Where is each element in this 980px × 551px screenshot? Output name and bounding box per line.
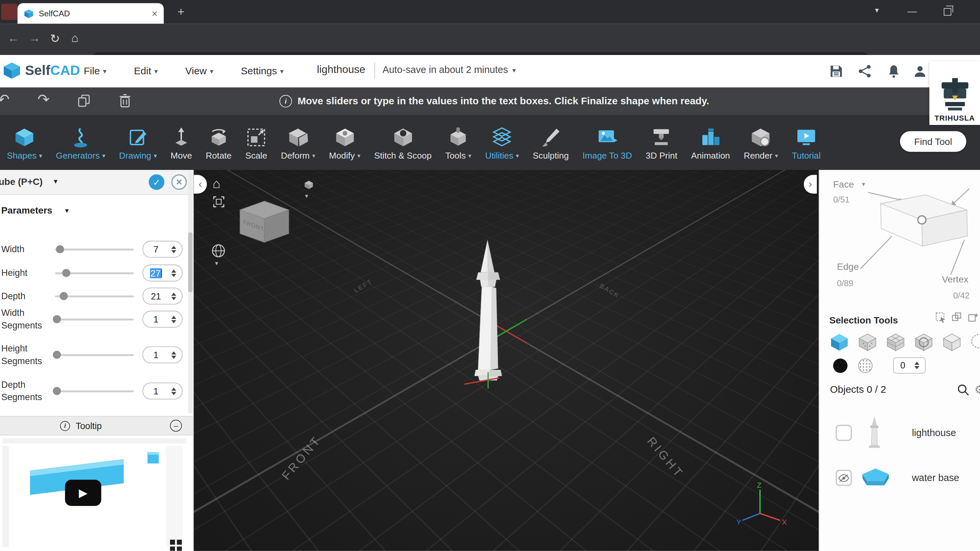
tooltip-collapse-icon[interactable]: – [170,420,182,432]
menu-settings[interactable]: Settings▾ [241,66,284,77]
step-down-icon[interactable] [171,297,176,300]
height-input[interactable]: 27 [143,265,183,281]
depth-segments-slider[interactable] [55,390,134,392]
toolbar-item-utilities[interactable]: Utilities▾ [480,115,525,170]
step-down-icon[interactable] [171,356,176,359]
menu-file[interactable]: File▾ [84,66,107,77]
step-up-icon[interactable] [171,269,176,272]
width-slider[interactable] [55,248,134,250]
menu-edit[interactable]: Edit▾ [134,66,158,77]
toolbar-item-tools[interactable]: Tools▾ [440,115,477,170]
depth-slider[interactable] [55,295,134,297]
object-name[interactable]: lighthouse [912,427,956,439]
object-row-water-base[interactable]: water base [819,460,980,496]
select-cube-dotted-icon[interactable] [858,332,878,353]
share-icon[interactable] [858,64,873,79]
panel-scrollbar[interactable] [188,171,192,414]
face-mode-label[interactable]: Face [833,179,854,189]
height-segments-slider[interactable] [55,354,134,356]
select-cube-sphere-icon[interactable] [914,332,934,353]
slider-handle[interactable] [60,292,68,300]
finalize-shape-button[interactable]: ✓ [149,174,164,190]
window-minimize-button[interactable]: — [908,6,917,16]
object-row-lighthouse[interactable]: lighthouse [819,415,980,451]
depth-segments-input[interactable]: 1 [143,383,183,399]
browser-tab[interactable]: SelfCAD × [18,3,164,24]
find-tool-button[interactable]: Find Tool [900,131,966,152]
delete-trash-icon[interactable] [119,94,131,108]
select-cube-plain-icon[interactable] [942,332,962,353]
cancel-shape-button[interactable]: ✕ [171,174,187,190]
toolbar-item-rotate[interactable]: Rotate [200,115,237,170]
add-cube-icon[interactable] [968,313,978,323]
toolbar-item-sculpting[interactable]: Sculpting [527,115,574,170]
toolbar-item-tutorial[interactable]: Tutorial [786,115,826,170]
vertex-mode-label[interactable]: Vertex [942,273,969,284]
step-up-icon[interactable] [171,316,176,319]
step-down-icon[interactable] [171,392,176,395]
toolbar-item-shapes[interactable]: Shapes▾ [2,115,48,170]
back-icon[interactable]: ← [8,31,20,45]
step-up-icon[interactable] [171,246,176,249]
slider-handle[interactable] [52,315,60,323]
step-up-icon[interactable] [171,351,176,354]
new-tab-button[interactable]: + [178,5,185,19]
caret-down-icon[interactable]: ▾ [305,192,308,200]
step-up-icon[interactable] [171,387,176,391]
step-down-icon[interactable] [914,366,919,369]
lighthouse-model[interactable] [452,240,530,392]
objects-settings-gear-icon[interactable]: ⚙ [974,383,980,397]
step-down-icon[interactable] [171,320,176,323]
viewport-home-icon[interactable]: ⌂ [213,176,221,191]
caret-down-icon[interactable]: ▼ [52,178,59,185]
selection-grow-input[interactable]: 0 [893,357,926,374]
slider-handle[interactable] [62,269,70,277]
play-button[interactable]: ▶ [65,480,101,506]
caret-down-icon[interactable]: ▾ [862,181,865,187]
brush-soft-icon[interactable] [858,359,872,373]
toolbar-item-animation[interactable]: Animation [685,115,735,170]
select-cube-blue-icon[interactable] [829,332,850,353]
toolbar-item-generators[interactable]: Generators▾ [50,115,111,170]
step-down-icon[interactable] [171,250,176,253]
redo-icon[interactable]: ↷ [38,93,50,107]
toolbar-item-render[interactable]: Render▾ [738,115,784,170]
toolbar-item-deform[interactable]: Deform▾ [275,115,321,170]
window-menu-icon[interactable]: ▾ [875,6,879,14]
stepper[interactable] [169,316,178,323]
tab-close-icon[interactable]: × [152,8,158,18]
expand-video-icon[interactable] [170,540,175,545]
globe-view-icon[interactable] [212,243,226,258]
account-icon[interactable] [913,64,928,79]
screenshot-frame-icon[interactable] [213,196,224,208]
brush-hard-icon[interactable] [833,359,847,373]
scrollbar-thumb[interactable] [188,232,192,292]
undo-icon[interactable]: ↶ [0,93,10,107]
caret-down-icon[interactable]: ▾ [215,260,218,267]
object-visibility-toggle[interactable] [836,470,852,486]
marquee-select-icon[interactable] [935,313,947,323]
width-input[interactable]: 7 [143,241,183,258]
stepper[interactable] [912,362,921,370]
slider-handle[interactable] [52,351,60,359]
width-segments-slider[interactable] [55,318,134,320]
notifications-bell-icon[interactable] [886,64,901,79]
stepper[interactable] [169,246,178,253]
caret-down-icon[interactable]: ▼ [64,208,70,214]
step-down-icon[interactable] [171,273,176,276]
edge-mode-label[interactable]: Edge [837,261,859,272]
forward-icon[interactable]: → [29,31,41,45]
depth-input[interactable]: 21 [143,287,183,305]
save-icon[interactable] [829,64,844,79]
height-slider[interactable] [55,272,134,274]
toolbar-item-scale[interactable]: Scale [240,115,273,170]
search-objects-icon[interactable] [957,383,970,396]
step-up-icon[interactable] [914,362,919,365]
tooltip-video[interactable]: ▶ [0,436,189,551]
window-restore-button[interactable] [943,8,951,16]
project-name[interactable]: lighthouse [317,64,365,76]
stepper[interactable] [169,351,178,359]
toolbar-item-3d-print[interactable]: 3D Print [640,115,683,170]
menu-view[interactable]: View▾ [185,66,213,77]
stepper[interactable] [169,269,178,277]
